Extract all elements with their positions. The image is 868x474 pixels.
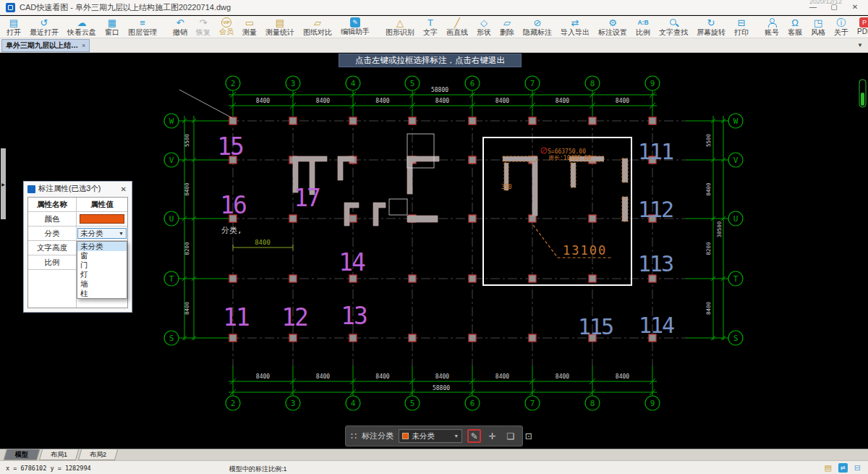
lock-annotation-button[interactable]: ⊡ xyxy=(522,429,535,443)
svg-text:8400: 8400 xyxy=(705,182,712,196)
scale-button[interactable]: A:B比例 xyxy=(631,16,655,38)
toolbar-group: ↶撤销↷恢复VIP会员▭测量▤测量统计▱图纸对比✎编辑助手 xyxy=(169,16,374,38)
category-combobox[interactable]: 未分类 ▼ xyxy=(77,228,127,239)
layout-tab-layout1[interactable]: 布局1 xyxy=(39,449,79,460)
undo-label: 撤销 xyxy=(173,28,187,37)
style-button[interactable]: ◳风格 xyxy=(807,16,830,38)
dropdown-option-2[interactable]: 门 xyxy=(77,261,127,270)
unit-number-annotation[interactable]: 114 xyxy=(639,313,674,338)
edit-assistant-button[interactable]: ✎编辑助手 xyxy=(336,16,374,38)
shape-recognition-button[interactable]: △图形识别 xyxy=(381,16,419,38)
style-label: 风格 xyxy=(811,28,825,37)
undo-button[interactable]: ↶撤销 xyxy=(169,16,192,38)
account-button[interactable]: 账号 xyxy=(760,16,783,38)
scale-label: 比例 xyxy=(636,28,650,37)
layout-tab-layout2[interactable]: 布局2 xyxy=(78,449,118,460)
dropdown-option-4[interactable]: 墙 xyxy=(77,279,127,289)
drawing-compare-button[interactable]: ▱图纸对比 xyxy=(299,16,336,38)
tab-list-dropdown-icon[interactable]: ▼ xyxy=(857,42,863,48)
svg-text:U: U xyxy=(733,214,739,224)
dropdown-option-1[interactable]: 窗 xyxy=(77,251,127,261)
status-doc-icon[interactable]: ▤ xyxy=(824,463,831,473)
measure-annotation-text[interactable]: S=663750.00 xyxy=(548,148,586,155)
move-annotation-button[interactable]: ✛ xyxy=(485,429,499,443)
svg-text:8400: 8400 xyxy=(556,373,569,380)
dimension-annotation[interactable]: 13100 xyxy=(563,243,607,258)
cloud-drive-icon: ☁ xyxy=(77,17,87,28)
multi-select-icon[interactable]: ∷ xyxy=(351,431,357,441)
screen-rotate-button[interactable]: ↻屏幕旋转 xyxy=(692,16,730,38)
category-color-swatch xyxy=(402,433,409,439)
vip-member-button[interactable]: VIP会员 xyxy=(215,16,238,38)
document-tab[interactable]: 阜外三期九层以上结… × xyxy=(1,39,90,52)
layer-manager-button[interactable]: ≡图层管理 xyxy=(124,16,161,38)
unit-number-annotation[interactable]: 12 xyxy=(281,303,307,331)
shape-label: 形状 xyxy=(477,28,491,37)
about-button[interactable]: ⓘ关于 xyxy=(830,16,853,38)
text-button[interactable]: T文字 xyxy=(419,16,442,38)
unit-number-annotation[interactable]: 115 xyxy=(578,314,613,339)
text-search-button[interactable]: 文字查找 xyxy=(655,16,692,38)
redo-button[interactable]: ↷恢复 xyxy=(192,16,215,38)
cloud-drive-button[interactable]: ☁快看云盘 xyxy=(63,16,101,38)
category-quick-dropdown[interactable]: 未分类 ▼ xyxy=(399,429,462,443)
shape-icon: ◇ xyxy=(480,17,488,28)
minimize-button[interactable]: — xyxy=(809,3,817,12)
dropdown-option-3[interactable]: 灯 xyxy=(77,270,127,279)
app-window: CAD快速看图 - 阜外三期九层以上结构施工图20220714.dwg 2020… xyxy=(0,0,868,474)
draw-line-icon: ╱ xyxy=(454,17,460,28)
dropdown-option-5[interactable]: 柱 xyxy=(77,289,127,298)
unit-number-annotation[interactable]: 11 xyxy=(223,303,249,331)
print-button[interactable]: ⊟打印 xyxy=(730,16,753,38)
measure-annotation-text[interactable]: 350 xyxy=(501,184,512,190)
pdf-button[interactable]: PPDF xyxy=(853,16,868,38)
open-button[interactable]: ▤打开 xyxy=(2,16,25,38)
measure-stats-button[interactable]: ▤测量统计 xyxy=(261,16,299,38)
hide-annotation-button[interactable]: ⊘隐藏标注 xyxy=(519,16,556,38)
status-share-icon[interactable]: ⇄ xyxy=(838,463,848,473)
import-export-button[interactable]: ⇄导入导出 xyxy=(556,16,594,38)
unit-number-annotation[interactable]: 16 xyxy=(220,191,246,219)
unit-number-annotation[interactable]: 112 xyxy=(638,197,673,222)
layout-tab-label: 布局2 xyxy=(90,450,106,460)
category-note-text: 分类, xyxy=(221,226,242,235)
measure-stats-icon: ▤ xyxy=(276,17,284,28)
delete-button[interactable]: ▱删除 xyxy=(495,16,519,38)
svg-text:W: W xyxy=(169,117,174,126)
unit-number-annotation[interactable]: 111 xyxy=(638,139,673,164)
unit-number-annotation[interactable]: 15 xyxy=(217,132,243,161)
status-icons: ▤⇄⊟ xyxy=(824,463,861,473)
dropdown-option-0[interactable]: 未分类 xyxy=(77,242,127,251)
dialog-close-button[interactable]: ✕ xyxy=(119,185,128,193)
window-button[interactable]: ▦窗口 xyxy=(101,16,124,38)
unit-number-annotation[interactable]: 17 xyxy=(294,184,320,212)
measure-annotation-text[interactable]: 周长:10400.00 xyxy=(548,155,592,161)
svg-text:W: W xyxy=(733,117,739,126)
collapse-arrow-icon: ▶ xyxy=(1,182,5,187)
edit-annotation-button[interactable]: ✎ xyxy=(467,429,481,443)
color-swatch[interactable] xyxy=(80,214,124,224)
svg-text:8: 8 xyxy=(590,79,595,88)
unit-number-annotation[interactable]: 13 xyxy=(341,302,367,330)
annotation-settings-button[interactable]: ⚙标注设置 xyxy=(594,16,631,38)
maximize-button[interactable]: ▢ xyxy=(830,3,838,12)
tab-close-icon[interactable]: × xyxy=(82,42,85,49)
draw-line-button[interactable]: ╱画直线 xyxy=(442,16,472,38)
status-window-icon[interactable]: ⊟ xyxy=(854,463,861,473)
customer-service-button[interactable]: Ω客服 xyxy=(783,16,807,38)
close-button[interactable]: ✕ xyxy=(851,3,859,12)
recent-open-button[interactable]: ↺最近打开 xyxy=(25,16,63,38)
text-search-label: 文字查找 xyxy=(659,28,688,37)
measure-button[interactable]: ▭测量 xyxy=(238,16,261,38)
measure-dimension-label[interactable]: 8400 xyxy=(255,239,271,246)
copy-annotation-button[interactable]: ❏ xyxy=(503,429,517,443)
vip-member-icon: VIP xyxy=(221,17,231,27)
layout-tab-model[interactable]: 模型 xyxy=(4,449,40,460)
shape-button[interactable]: ◇形状 xyxy=(472,16,495,38)
unit-number-annotation[interactable]: 113 xyxy=(638,251,673,276)
svg-text:9: 9 xyxy=(650,79,655,88)
unit-number-annotation[interactable]: 14 xyxy=(339,248,365,276)
svg-text:T: T xyxy=(733,274,739,284)
svg-text:5500: 5500 xyxy=(705,133,712,147)
panel-collapse-handle[interactable]: ▶ xyxy=(1,148,6,219)
